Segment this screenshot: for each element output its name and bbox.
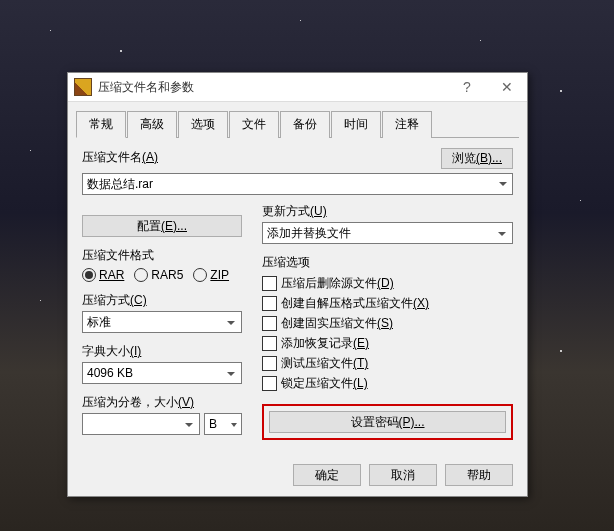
window-title: 压缩文件名和参数 xyxy=(98,79,447,96)
update-mode-select[interactable]: 添加并替换文件 xyxy=(262,222,513,244)
cb-test[interactable]: 测试压缩文件(T) xyxy=(262,355,513,372)
radio-rar[interactable]: RAR xyxy=(82,268,124,282)
update-mode-label: 更新方式(U) xyxy=(262,203,513,220)
set-password-button[interactable]: 设置密码(P)... xyxy=(269,411,506,433)
cb-lock[interactable]: 锁定压缩文件(L) xyxy=(262,375,513,392)
checkbox-icon xyxy=(262,376,277,391)
checkbox-icon xyxy=(262,296,277,311)
radio-icon xyxy=(193,268,207,282)
archive-name-input[interactable] xyxy=(82,173,513,195)
dict-select[interactable]: 4096 KB xyxy=(82,362,242,384)
cb-delete-after[interactable]: 压缩后删除源文件(D) xyxy=(262,275,513,292)
cb-recovery[interactable]: 添加恢复记录(E) xyxy=(262,335,513,352)
method-label: 压缩方式(C) xyxy=(82,292,242,309)
split-label: 压缩为分卷，大小(V) xyxy=(82,394,242,411)
radio-rar5[interactable]: RAR5 xyxy=(134,268,183,282)
checkbox-icon xyxy=(262,276,277,291)
help-button[interactable]: ? xyxy=(447,73,487,101)
tab-time[interactable]: 时间 xyxy=(331,111,381,138)
cb-solid[interactable]: 创建固实压缩文件(S) xyxy=(262,315,513,332)
radio-icon xyxy=(134,268,148,282)
tab-comment[interactable]: 注释 xyxy=(382,111,432,138)
options-label: 压缩选项 xyxy=(262,254,513,271)
tab-options[interactable]: 选项 xyxy=(178,111,228,138)
tab-advanced[interactable]: 高级 xyxy=(127,111,177,138)
dict-label: 字典大小(I) xyxy=(82,343,242,360)
titlebar: 压缩文件名和参数 ? ✕ xyxy=(68,73,527,102)
tab-backup[interactable]: 备份 xyxy=(280,111,330,138)
checkbox-icon xyxy=(262,316,277,331)
tab-strip: 常规 高级 选项 文件 备份 时间 注释 xyxy=(76,110,519,138)
radio-zip[interactable]: ZIP xyxy=(193,268,229,282)
help-footer-button[interactable]: 帮助 xyxy=(445,464,513,486)
checkbox-icon xyxy=(262,356,277,371)
radio-icon xyxy=(82,268,96,282)
checkbox-icon xyxy=(262,336,277,351)
close-button[interactable]: ✕ xyxy=(487,73,527,101)
split-size-input[interactable] xyxy=(82,413,200,435)
format-label: 压缩文件格式 xyxy=(82,247,242,264)
ok-button[interactable]: 确定 xyxy=(293,464,361,486)
method-select[interactable]: 标准 xyxy=(82,311,242,333)
browse-button[interactable]: 浏览(B)... xyxy=(441,148,513,169)
archive-dialog: 压缩文件名和参数 ? ✕ 常规 高级 选项 文件 备份 时间 注释 压缩文件名(… xyxy=(67,72,528,497)
password-highlight: 设置密码(P)... xyxy=(262,404,513,440)
archive-name-label: 压缩文件名(A) xyxy=(82,149,158,166)
cancel-button[interactable]: 取消 xyxy=(369,464,437,486)
tab-files[interactable]: 文件 xyxy=(229,111,279,138)
winrar-icon xyxy=(74,78,92,96)
split-unit-select[interactable]: B xyxy=(204,413,242,435)
profiles-button[interactable]: 配置(E)... xyxy=(82,215,242,237)
cb-sfx[interactable]: 创建自解压格式压缩文件(X) xyxy=(262,295,513,312)
tab-general[interactable]: 常规 xyxy=(76,111,126,138)
